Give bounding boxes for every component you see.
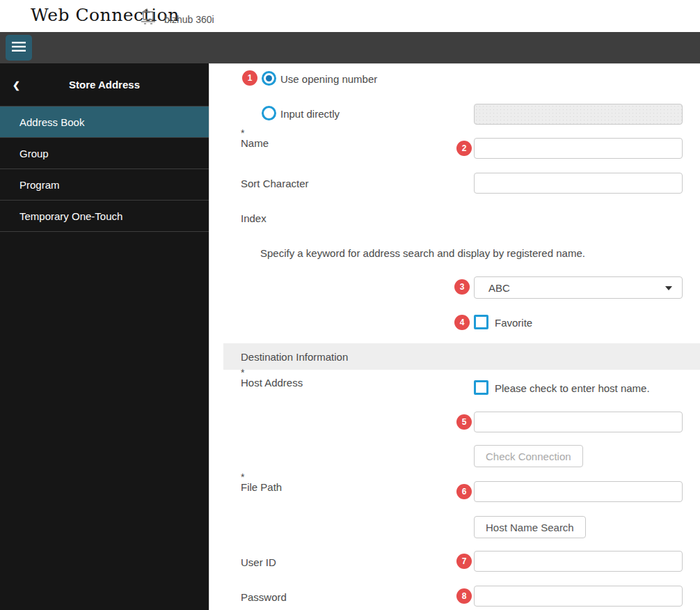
step-badge-3: 3 bbox=[454, 279, 470, 295]
enter-host-name-checkbox[interactable] bbox=[474, 380, 488, 395]
sidebar-title: Store Address bbox=[69, 79, 140, 91]
password-input[interactable] bbox=[474, 586, 683, 607]
file-path-label: * File Path bbox=[241, 473, 282, 493]
device-name: bizhub 360i bbox=[164, 10, 214, 25]
user-id-label: User ID bbox=[241, 556, 276, 568]
step-badge-4: 4 bbox=[454, 315, 470, 330]
index-select[interactable]: ABC bbox=[474, 276, 683, 299]
step-badge-5: 5 bbox=[456, 414, 472, 430]
index-hint: Specify a keyword for address search and… bbox=[260, 247, 585, 259]
sidebar-item-address-book[interactable]: Address Book bbox=[0, 107, 209, 138]
required-marker: * bbox=[241, 368, 303, 377]
required-marker: * bbox=[241, 473, 282, 481]
sort-character-label: Sort Character bbox=[241, 178, 309, 189]
name-label: * Name bbox=[241, 129, 269, 149]
device-info: bizhub 360i bbox=[138, 6, 214, 29]
caret-down-icon bbox=[665, 286, 672, 290]
menu-icon bbox=[12, 41, 26, 54]
app-header: Web Connection bizhub 360i bbox=[0, 0, 700, 32]
sidebar-item-temporary-one-touch[interactable]: Temporary One-Touch bbox=[0, 201, 209, 232]
index-label: Index bbox=[241, 212, 267, 224]
store-address-form: 1 2 3 4 5 6 7 8 Use opening number Input… bbox=[209, 63, 700, 610]
chevron-left-icon[interactable]: ❮ bbox=[13, 79, 20, 90]
enter-host-name-label: Please check to enter host name. bbox=[495, 382, 650, 394]
sidebar-item-group[interactable]: Group bbox=[0, 138, 209, 169]
radio-input-directly[interactable] bbox=[262, 106, 276, 120]
step-badge-8: 8 bbox=[456, 588, 472, 604]
use-opening-number-label: Use opening number bbox=[280, 73, 377, 85]
check-connection-button[interactable]: Check Connection bbox=[474, 445, 583, 467]
sidebar-item-program[interactable]: Program bbox=[0, 169, 209, 201]
host-address-label: * Host Address bbox=[241, 368, 303, 389]
step-badge-6: 6 bbox=[456, 484, 472, 499]
step-badge-2: 2 bbox=[456, 141, 472, 156]
destination-information-header: Destination Information bbox=[223, 343, 700, 370]
printer-icon bbox=[138, 6, 159, 29]
step-badge-7: 7 bbox=[456, 554, 472, 569]
name-input[interactable] bbox=[474, 138, 683, 159]
file-path-input[interactable] bbox=[474, 481, 683, 502]
host-address-input[interactable] bbox=[474, 412, 683, 432]
sidebar-header: ❮ Store Address bbox=[0, 63, 209, 107]
host-name-search-button[interactable]: Host Name Search bbox=[474, 516, 586, 538]
hamburger-menu-button[interactable] bbox=[6, 35, 32, 61]
registration-number-input bbox=[474, 104, 683, 125]
toolbar bbox=[0, 32, 700, 63]
sort-character-input[interactable] bbox=[474, 173, 683, 194]
radio-use-opening-number[interactable] bbox=[262, 71, 276, 86]
required-marker: * bbox=[241, 129, 269, 137]
password-label: Password bbox=[241, 591, 287, 603]
index-selected-option: ABC bbox=[488, 282, 510, 294]
input-directly-label: Input directly bbox=[280, 108, 340, 120]
user-id-input[interactable] bbox=[474, 551, 683, 572]
favorite-label: Favorite bbox=[495, 317, 532, 329]
sidebar: ❮ Store Address Address Book Group Progr… bbox=[0, 63, 209, 610]
step-badge-1: 1 bbox=[242, 70, 257, 86]
favorite-checkbox[interactable] bbox=[474, 315, 488, 329]
